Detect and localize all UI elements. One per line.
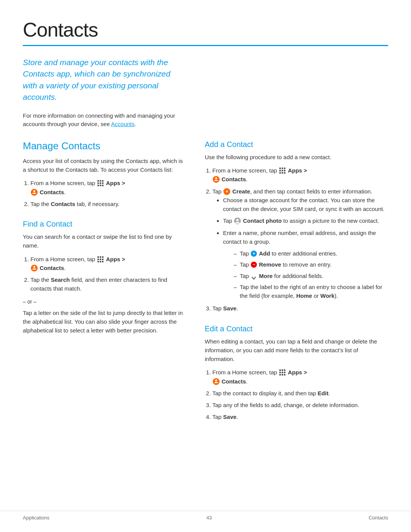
find-or-text: Tap a letter on the side of the list to …: [23, 308, 186, 335]
svg-rect-3: [97, 182, 99, 184]
manage-contacts-heading: Manage Contacts: [23, 140, 186, 152]
svg-rect-11: [100, 256, 101, 258]
svg-rect-36: [284, 372, 285, 373]
find-contact-steps: From a Home screen, tap: [23, 255, 186, 293]
svg-point-30: [236, 219, 239, 221]
bullet-photo: Tap Contact photo to assign a picture to…: [223, 216, 388, 225]
intro-text: For more information on connecting with …: [23, 112, 183, 129]
edit-step-1: From a Home screen, tap: [212, 368, 388, 386]
find-contact-description: You can search for a contact or swipe th…: [23, 232, 186, 250]
svg-rect-5: [102, 182, 104, 184]
svg-rect-28: [284, 172, 285, 174]
find-contact-heading: Find a Contact: [23, 220, 186, 228]
footer-center: 43: [206, 515, 212, 521]
manage-contacts-description: Access your list of contacts by using th…: [23, 157, 186, 174]
svg-rect-25: [284, 170, 285, 171]
svg-rect-31: [279, 369, 281, 371]
edit-contact-steps: From a Home screen, tap: [205, 368, 388, 421]
right-column: Add a Contact Use the following procedur…: [205, 140, 388, 433]
add-contact-section: Add a Contact Use the following procedur…: [205, 140, 388, 313]
svg-rect-15: [102, 259, 104, 260]
svg-rect-16: [97, 261, 99, 262]
svg-rect-21: [282, 168, 283, 169]
dash-label: Tap the label to the right of an entry t…: [234, 283, 388, 300]
svg-rect-12: [102, 256, 104, 258]
contacts-icon-2: [31, 265, 38, 272]
svg-point-9: [33, 190, 35, 192]
add-contact-description: Use the following procedure to add a new…: [205, 153, 388, 161]
manage-step-1: From a Home screen, tap: [30, 179, 186, 197]
svg-rect-10: [97, 256, 99, 258]
find-step-1: From a Home screen, tap: [30, 255, 186, 273]
svg-rect-37: [279, 374, 281, 375]
svg-rect-17: [100, 261, 101, 262]
manage-contacts-section: Manage Contacts Access your list of cont…: [23, 140, 186, 208]
svg-rect-8: [102, 185, 104, 186]
contacts-icon-4: [213, 378, 220, 385]
dash-more: Tap More for additional fields.: [234, 272, 388, 280]
apps-icon-3: [279, 167, 286, 174]
svg-rect-27: [282, 172, 283, 174]
svg-rect-32: [282, 369, 283, 371]
add-step-3: Tap Save.: [212, 304, 388, 313]
svg-rect-39: [284, 374, 285, 375]
create-icon: +: [223, 188, 230, 195]
main-content: Manage Contacts Access your list of cont…: [23, 140, 388, 433]
footer: Applications 43 Contacts: [0, 511, 411, 521]
svg-rect-26: [279, 172, 281, 174]
add-plus-icon: +: [251, 251, 257, 257]
edit-step-2: Tap the contact to display it, and then …: [212, 389, 388, 398]
bullet-storage: Choose a storage account for the contact…: [223, 196, 388, 214]
edit-contact-heading: Edit a Contact: [205, 324, 388, 333]
find-step-2: Tap the Search field, and then enter cha…: [30, 275, 186, 293]
dash-add: Tap + Add to enter additional entries.: [234, 249, 388, 258]
svg-rect-2: [102, 180, 104, 182]
contacts-icon-3: [213, 176, 220, 183]
svg-rect-7: [100, 185, 101, 186]
svg-rect-1: [100, 180, 101, 182]
apps-icon-4: [279, 369, 286, 376]
edit-contact-section: Edit a Contact When editing a contact, y…: [205, 324, 388, 422]
page-title: Contacts: [23, 18, 388, 41]
remove-minus-icon: –: [251, 262, 257, 268]
add-step-2: Tap + Create, and then tap contact field…: [212, 187, 388, 300]
more-chevron-icon: [251, 273, 257, 279]
svg-rect-22: [284, 168, 285, 169]
manage-contacts-steps: From a Home screen, tap: [23, 179, 186, 208]
dash-remove: Tap – Remove to remove an entry.: [234, 260, 388, 269]
bullet-name: Enter a name, phone number, email addres…: [223, 228, 388, 300]
contacts-icon: [31, 189, 38, 196]
svg-rect-38: [282, 374, 283, 375]
apps-icon-2: [97, 256, 104, 263]
apps-icon: [97, 180, 104, 187]
svg-rect-34: [279, 372, 281, 373]
svg-rect-13: [97, 259, 99, 260]
svg-point-29: [215, 177, 217, 179]
svg-rect-0: [97, 180, 99, 182]
add-contact-heading: Add a Contact: [205, 140, 388, 149]
accounts-link[interactable]: Accounts: [111, 121, 135, 127]
edit-step-4: Tap Save.: [212, 412, 388, 421]
svg-rect-18: [102, 261, 104, 262]
edit-step-3: Tap any of the fields to add, change, or…: [212, 401, 388, 409]
svg-rect-6: [97, 185, 99, 186]
svg-rect-4: [100, 182, 101, 184]
svg-point-19: [33, 266, 35, 268]
svg-rect-24: [282, 170, 283, 171]
svg-rect-35: [282, 372, 283, 373]
blue-divider: [23, 45, 388, 46]
contact-photo-icon: [234, 217, 241, 224]
left-column: Manage Contacts Access your list of cont…: [23, 140, 186, 347]
edit-contact-description: When editing a contact, you can tap a fi…: [205, 337, 388, 364]
footer-left: Applications: [23, 515, 49, 521]
svg-rect-20: [279, 168, 281, 169]
add-contact-steps: From a Home screen, tap: [205, 166, 388, 313]
or-divider: – or –: [23, 299, 186, 305]
find-contact-section: Find a Contact You can search for a cont…: [23, 220, 186, 335]
footer-right: Contacts: [369, 515, 388, 521]
svg-rect-14: [100, 259, 101, 260]
add-step-1: From a Home screen, tap: [212, 166, 388, 184]
svg-rect-33: [284, 369, 285, 371]
svg-rect-23: [279, 170, 281, 171]
intro-italic: Store and manage your contacts with the …: [23, 57, 183, 103]
